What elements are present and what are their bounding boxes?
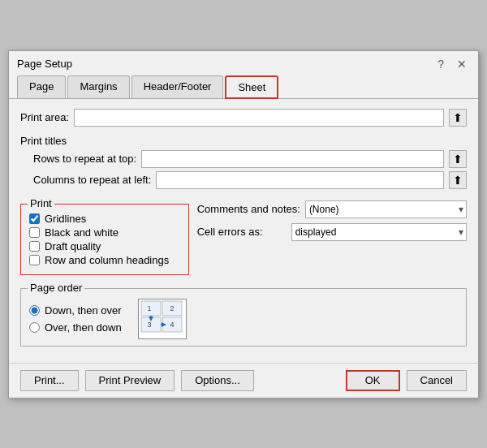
tab-header-footer[interactable]: Header/Footer [131, 75, 224, 98]
gridlines-checkbox[interactable] [29, 213, 40, 224]
content-area: Print area: ⬆ Print titles Rows to repea… [9, 99, 478, 360]
title-bar-left: Page Setup [17, 58, 72, 70]
cols-repeat-label: Columns to repeat at left: [33, 174, 151, 186]
over-then-down-row: Over, then down [29, 321, 122, 334]
gridlines-row: Gridlines [29, 213, 180, 225]
comments-select-wrapper: (None) At end of sheet As displayed on s… [305, 200, 467, 218]
down-then-over-label: Down, then over [45, 304, 122, 317]
cols-repeat-input[interactable] [156, 171, 444, 189]
rows-repeat-label: Rows to repeat at top: [33, 153, 136, 165]
cols-repeat-button[interactable]: ⬆ [449, 171, 467, 189]
radio-column: Down, then over Over, then down [29, 304, 122, 334]
print-area-row: Print area: ⬆ [20, 109, 467, 127]
rows-repeat-button[interactable]: ⬆ [449, 150, 467, 168]
svg-text:3: 3 [148, 321, 152, 329]
tab-margins[interactable]: Margins [67, 75, 129, 98]
rows-repeat-input[interactable] [141, 150, 444, 168]
comments-select[interactable]: (None) At end of sheet As displayed on s… [305, 200, 467, 218]
print-button[interactable]: Print... [20, 370, 79, 391]
black-white-label: Black and white [45, 226, 119, 239]
tab-page[interactable]: Page [17, 75, 66, 98]
print-section: Print Gridlines Black and white Draft qu… [20, 204, 189, 275]
draft-quality-checkbox[interactable] [29, 241, 40, 252]
title-controls: ? ✕ [434, 58, 470, 71]
cell-errors-select-wrapper: displayed <blank> -- #N/A [291, 223, 467, 241]
black-white-checkbox[interactable] [29, 227, 40, 238]
left-button-group: Print... Print Preview Options... [20, 370, 254, 391]
down-then-over-radio[interactable] [29, 305, 40, 316]
title-bar: Page Setup ? ✕ [9, 51, 478, 71]
main-two-col: Print Gridlines Black and white Draft qu… [20, 200, 467, 278]
page-setup-dialog: Page Setup ? ✕ Page Margins Header/Foote… [8, 50, 479, 398]
options-button[interactable]: Options... [181, 370, 254, 391]
comments-label: Comments and notes: [197, 203, 300, 215]
page-order-content: Down, then over Over, then down [29, 299, 458, 339]
svg-text:2: 2 [170, 304, 175, 312]
draft-quality-row: Draft quality [29, 240, 180, 252]
svg-text:1: 1 [148, 304, 152, 312]
ok-button[interactable]: OK [346, 370, 400, 391]
over-then-down-label: Over, then down [45, 321, 122, 334]
page-order-diagram: 1 2 3 4 [138, 299, 187, 339]
right-options-col: Comments and notes: (None) At end of she… [197, 200, 467, 278]
draft-quality-label: Draft quality [45, 240, 101, 252]
print-area-label: Print area: [20, 111, 69, 123]
comments-row: Comments and notes: (None) At end of she… [197, 200, 467, 218]
print-titles-label: Print titles [20, 135, 467, 147]
print-area-input[interactable] [74, 109, 444, 127]
tab-sheet[interactable]: Sheet [225, 75, 278, 99]
rows-repeat-row: Rows to repeat at top: ⬆ [20, 150, 467, 168]
print-preview-button[interactable]: Print Preview [85, 370, 175, 391]
close-button[interactable]: ✕ [454, 58, 470, 71]
row-col-headings-label: Row and column headings [45, 254, 169, 266]
cell-errors-row: Cell errors as: displayed <blank> -- #N/… [197, 223, 467, 241]
black-white-row: Black and white [29, 226, 180, 239]
row-col-headings-row: Row and column headings [29, 254, 180, 266]
row-col-headings-checkbox[interactable] [29, 255, 40, 265]
print-titles-section: Print titles Rows to repeat at top: ⬆ Co… [20, 135, 467, 189]
cancel-button[interactable]: Cancel [407, 370, 467, 391]
cell-errors-label: Cell errors as: [197, 226, 287, 238]
tabs: Page Margins Header/Footer Sheet [9, 71, 478, 99]
svg-text:4: 4 [170, 321, 175, 329]
dialog-title: Page Setup [17, 58, 72, 70]
print-options-col: Print Gridlines Black and white Draft qu… [20, 200, 189, 278]
print-area-button[interactable]: ⬆ [449, 109, 467, 127]
page-order-svg: 1 2 3 4 [140, 299, 184, 338]
page-order-title: Page order [28, 282, 84, 294]
help-button[interactable]: ? [434, 58, 447, 71]
down-then-over-row: Down, then over [29, 304, 122, 317]
cell-errors-select[interactable]: displayed <blank> -- #N/A [291, 223, 467, 241]
gridlines-label: Gridlines [45, 213, 86, 225]
bottom-buttons: Print... Print Preview Options... OK Can… [9, 363, 478, 398]
over-then-down-radio[interactable] [29, 322, 40, 333]
right-button-group: OK Cancel [346, 370, 467, 391]
cols-repeat-row: Columns to repeat at left: ⬆ [20, 171, 467, 189]
print-section-title: Print [28, 197, 54, 209]
page-order-section: Page order Down, then over Over, then do… [20, 288, 467, 347]
